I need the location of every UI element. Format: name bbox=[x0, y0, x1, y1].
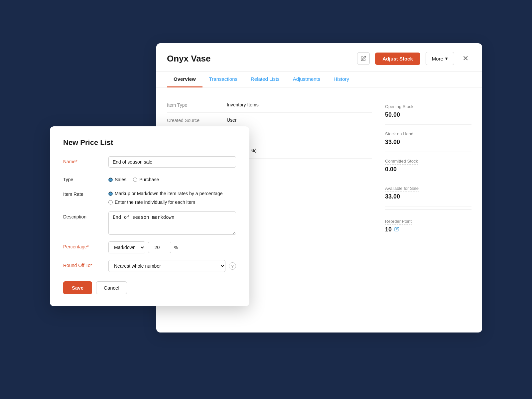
tab-related-lists[interactable]: Related Lists bbox=[244, 71, 286, 87]
save-button[interactable]: Save bbox=[63, 281, 92, 294]
item-rate-markup-option[interactable]: Markup or Markdown the item rates by a p… bbox=[108, 191, 236, 196]
item-rate-individual-label: Enter the rate individually for each ite… bbox=[115, 200, 195, 205]
committed-stock-label: Committed Stock bbox=[385, 159, 418, 165]
item-type-value: Inventory Items bbox=[227, 102, 259, 107]
edit-button[interactable] bbox=[357, 52, 370, 65]
item-rate-markup-label: Markup or Markdown the item rates by a p… bbox=[115, 191, 223, 196]
form-row-description: Description End of season markdown bbox=[63, 211, 236, 235]
field-row-item-type: Item Type Inventory Items bbox=[167, 97, 372, 113]
tab-history[interactable]: History bbox=[327, 71, 356, 87]
field-row-created-source: Created Source User bbox=[167, 113, 372, 128]
form-row-round-off: Round Off To* Nearest whole number 2 dec… bbox=[63, 260, 236, 272]
type-purchase-radio[interactable] bbox=[133, 178, 137, 182]
percentage-value-input[interactable] bbox=[148, 242, 171, 253]
available-for-sale-value: 33.00 bbox=[385, 193, 471, 200]
type-radio-group: Sales Purchase bbox=[108, 174, 236, 182]
item-type-label: Item Type bbox=[167, 102, 227, 108]
form-row-type: Type Sales Purchase bbox=[63, 174, 236, 182]
more-button[interactable]: More ▾ bbox=[426, 52, 454, 65]
opening-stock: Opening Stock 50.00 bbox=[385, 97, 471, 125]
page-title: Onyx Vase bbox=[167, 54, 352, 64]
form-row-item-rate: Item Rate Markup or Markdown the item ra… bbox=[63, 189, 236, 205]
stock-panel: Opening Stock 50.00 Stock on Hand 33.00 … bbox=[385, 97, 471, 239]
description-label: Description bbox=[63, 211, 103, 219]
reorder-point: Reorder Point 10 bbox=[385, 212, 471, 239]
tab-overview[interactable]: Overview bbox=[167, 71, 202, 87]
opening-stock-value: 50.00 bbox=[385, 111, 471, 118]
name-label: Name* bbox=[63, 156, 103, 164]
reorder-point-value: 10 bbox=[385, 226, 471, 233]
stock-on-hand-value: 33.00 bbox=[385, 139, 471, 146]
round-off-select[interactable]: Nearest whole number 2 decimal places No… bbox=[108, 260, 225, 272]
type-sales-radio[interactable] bbox=[108, 178, 113, 182]
item-rate-individual-option[interactable]: Enter the rate individually for each ite… bbox=[108, 200, 236, 205]
type-label: Type bbox=[63, 174, 103, 182]
chevron-down-icon: ▾ bbox=[445, 56, 448, 62]
description-textarea[interactable]: End of season markdown bbox=[108, 211, 236, 235]
created-source-value: User bbox=[227, 117, 237, 123]
percentage-type-select[interactable]: Markdown Markup bbox=[108, 241, 145, 253]
cancel-button[interactable]: Cancel bbox=[96, 281, 127, 294]
tab-transactions[interactable]: Transactions bbox=[202, 71, 244, 87]
form-row-name: Name* bbox=[63, 156, 236, 168]
modal-actions: Save Cancel bbox=[63, 281, 236, 294]
type-sales-label: Sales bbox=[115, 177, 126, 182]
type-purchase-label: Purchase bbox=[139, 177, 159, 182]
new-price-list-modal: New Price List Name* Type Sales Purchase bbox=[50, 126, 249, 306]
modal-title: New Price List bbox=[63, 138, 236, 147]
item-rate-radio-group: Markup or Markdown the item rates by a p… bbox=[108, 189, 236, 205]
item-rate-individual-radio[interactable] bbox=[108, 200, 113, 204]
type-sales-option[interactable]: Sales bbox=[108, 177, 126, 182]
adjust-stock-button[interactable]: Adjust Stock bbox=[375, 53, 420, 65]
reorder-edit-icon[interactable] bbox=[394, 227, 399, 232]
type-purchase-option[interactable]: Purchase bbox=[133, 177, 159, 182]
name-input[interactable] bbox=[108, 156, 236, 168]
item-rate-label: Item Rate bbox=[63, 189, 103, 197]
percentage-row: Markdown Markup % bbox=[108, 241, 236, 253]
stock-on-hand: Stock on Hand 33.00 bbox=[385, 125, 471, 152]
reorder-point-label: Reorder Point bbox=[385, 219, 412, 225]
round-off-label: Round Off To* bbox=[63, 260, 103, 268]
percentage-unit-label: % bbox=[174, 245, 178, 250]
percentage-label: Percentage* bbox=[63, 241, 103, 249]
close-button[interactable]: ✕ bbox=[460, 53, 471, 65]
committed-stock: Committed Stock 0.00 bbox=[385, 152, 471, 179]
round-off-row: Nearest whole number 2 decimal places No… bbox=[108, 260, 236, 272]
tab-adjustments[interactable]: Adjustments bbox=[286, 71, 327, 87]
created-source-label: Created Source bbox=[167, 117, 227, 123]
help-icon[interactable]: ? bbox=[229, 262, 236, 270]
opening-stock-label: Opening Stock bbox=[385, 104, 413, 110]
main-header: Onyx Vase Adjust Stock More ▾ ✕ bbox=[156, 43, 482, 71]
form-row-percentage: Percentage* Markdown Markup % bbox=[63, 241, 236, 253]
available-for-sale: Available for Sale 33.00 bbox=[385, 179, 471, 206]
committed-stock-value: 0.00 bbox=[385, 166, 471, 173]
tab-bar: Overview Transactions Related Lists Adju… bbox=[156, 71, 482, 87]
stock-on-hand-label: Stock on Hand bbox=[385, 131, 413, 137]
available-for-sale-label: Available for Sale bbox=[385, 186, 419, 192]
item-rate-markup-radio[interactable] bbox=[108, 192, 113, 196]
